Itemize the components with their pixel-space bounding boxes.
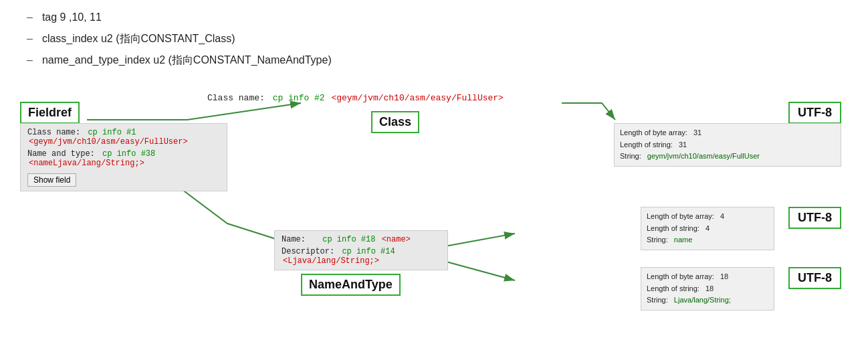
utf8-bottom-strlen-row: Length of string: 18 bbox=[647, 283, 768, 295]
fieldref-class-label: Class name: bbox=[27, 128, 80, 137]
show-field-button[interactable]: Show field bbox=[27, 173, 76, 187]
fieldref-button-row: Show field bbox=[27, 173, 220, 187]
utf8-top-strlen-label: Length of string: bbox=[620, 141, 673, 149]
bullet-text-1: tag 9 ,10, 11 bbox=[42, 7, 102, 28]
utf8-mid-byte-val: 4 bbox=[720, 212, 724, 220]
bullet-item-3: – name_and_type_index u2 (指向CONSTANT_Nam… bbox=[27, 50, 855, 71]
utf8-mid-strlen-label: Length of string: bbox=[647, 224, 699, 232]
utf8-top-str-row: String: geym/jvm/ch10/asm/easy/FullUser bbox=[620, 151, 835, 163]
fieldref-label: Fieldref bbox=[28, 106, 72, 119]
utf8-bottom-byte-label: Length of byte array: bbox=[647, 272, 714, 280]
utf8-mid-strlen-val: 4 bbox=[706, 224, 710, 232]
dash-1: – bbox=[27, 7, 33, 28]
class-name-header-label: Class name: bbox=[207, 93, 265, 103]
nat-name-row: Name: cp info #18 <name> bbox=[282, 235, 441, 244]
utf8-mid-str-label: String: bbox=[647, 236, 668, 244]
utf8-bottom-strlen-val: 18 bbox=[706, 284, 714, 292]
nameandtype-label: NameAndType bbox=[309, 278, 393, 291]
utf8-top-str-val: geym/jvm/ch10/asm/easy/FullUser bbox=[647, 152, 760, 160]
class-name-header: Class name: cp info #2 <geym/jvm/ch10/as… bbox=[207, 93, 504, 103]
fieldref-nametype-row: Name and type: cp info #38 <nameLjava/la… bbox=[27, 149, 220, 168]
utf8-bottom-str-val: Ljava/lang/String; bbox=[674, 296, 731, 304]
utf8-top-strlen-val: 31 bbox=[679, 141, 687, 149]
fieldref-class-link: cp info #1 bbox=[88, 128, 136, 137]
utf8-mid-panel: Length of byte array: 4 Length of string… bbox=[641, 207, 774, 250]
fieldref-nametype-label: Name and type: bbox=[27, 149, 95, 159]
page-container: – tag 9 ,10, 11 – class_index u2 (指向CONS… bbox=[0, 0, 868, 350]
utf8-bottom-byte-row: Length of byte array: 18 bbox=[647, 271, 768, 283]
utf8-bottom-box: UTF-8 bbox=[788, 267, 841, 289]
utf8-bottom-str-label: String: bbox=[647, 296, 668, 304]
utf8-mid-byte-label: Length of byte array: bbox=[647, 212, 714, 220]
utf8-bottom-strlen-label: Length of string: bbox=[647, 284, 699, 292]
nat-desc-row: Descriptor: cp info #14 <Ljava/lang/Stri… bbox=[282, 247, 441, 266]
nat-name-link: cp info #18 bbox=[322, 235, 375, 244]
bullet-list: – tag 9 ,10, 11 – class_index u2 (指向CONS… bbox=[13, 7, 855, 71]
utf8-mid-label: UTF-8 bbox=[798, 211, 832, 224]
utf8-top-strlen-row: Length of string: 31 bbox=[620, 139, 835, 151]
utf8-top-byte-row: Length of byte array: 31 bbox=[620, 127, 835, 139]
fieldref-panel: Class name: cp info #1 <geym/jvm/ch10/as… bbox=[20, 123, 227, 191]
utf8-top-label: UTF-8 bbox=[798, 106, 832, 119]
nat-desc-angle: <Ljava/lang/String;> bbox=[283, 256, 379, 266]
fieldref-nametype-angle: <nameLjava/lang/String;> bbox=[29, 159, 144, 168]
fieldref-class-angle: <geym/jvm/ch10/asm/easy/FullUser> bbox=[29, 137, 188, 147]
class-name-header-link: cp info #2 bbox=[273, 93, 325, 103]
bullet-text-3: name_and_type_index u2 (指向CONSTANT_NameA… bbox=[42, 50, 332, 71]
nat-desc-link: cp info #14 bbox=[342, 247, 395, 256]
bullet-text-2: class_index u2 (指向CONSTANT_Class) bbox=[42, 28, 235, 50]
class-label: Class bbox=[379, 115, 411, 128]
dash-3: – bbox=[27, 50, 33, 71]
utf8-top-panel: Length of byte array: 31 Length of strin… bbox=[614, 123, 841, 167]
class-name-header-angle: <geym/jvm/ch10/asm/easy/FullUser> bbox=[331, 93, 503, 103]
bullet-item-2: – class_index u2 (指向CONSTANT_Class) bbox=[27, 28, 855, 50]
utf8-bottom-label: UTF-8 bbox=[798, 271, 832, 284]
fieldref-nametype-link: cp info #38 bbox=[102, 149, 155, 159]
utf8-bottom-byte-val: 18 bbox=[720, 272, 728, 280]
nat-name-label: Name: bbox=[282, 235, 306, 244]
nameandtype-panel: Name: cp info #18 <name> Descriptor: cp … bbox=[274, 230, 448, 270]
class-label-box: Class bbox=[371, 111, 419, 133]
nameandtype-label-box: NameAndType bbox=[301, 274, 401, 296]
utf8-mid-strlen-row: Length of string: 4 bbox=[647, 223, 768, 235]
utf8-bottom-str-row: String: Ljava/lang/String; bbox=[647, 294, 768, 307]
bullet-item-1: – tag 9 ,10, 11 bbox=[27, 7, 855, 28]
utf8-mid-str-val: name bbox=[674, 236, 693, 244]
utf8-mid-box: UTF-8 bbox=[788, 207, 841, 229]
diagram-area: Fieldref Class name: cp info #2 <geym/jv… bbox=[13, 83, 855, 311]
utf8-top-byte-val: 31 bbox=[693, 128, 701, 137]
utf8-mid-byte-row: Length of byte array: 4 bbox=[647, 211, 768, 223]
fieldref-class-row: Class name: cp info #1 <geym/jvm/ch10/as… bbox=[27, 128, 220, 147]
nat-desc-label: Descriptor: bbox=[282, 247, 334, 256]
dash-2: – bbox=[27, 28, 33, 50]
nat-name-angle: <name> bbox=[382, 235, 411, 244]
utf8-top-box: UTF-8 bbox=[788, 102, 841, 124]
utf8-top-str-label: String: bbox=[620, 152, 641, 160]
utf8-mid-str-row: String: name bbox=[647, 234, 768, 246]
utf8-bottom-panel: Length of byte array: 18 Length of strin… bbox=[641, 267, 774, 311]
utf8-top-byte-label: Length of byte array: bbox=[620, 128, 687, 137]
fieldref-box: Fieldref bbox=[20, 102, 80, 124]
